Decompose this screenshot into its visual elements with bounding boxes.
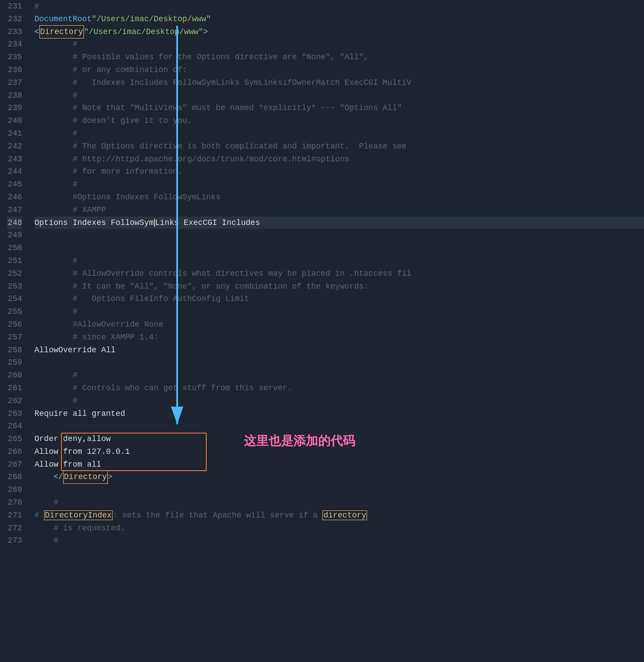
line-number: 258	[7, 344, 22, 357]
code-line: # XAMPP	[34, 204, 644, 217]
code-line: # It can be "All", "None", or any combin…	[34, 280, 644, 293]
code-line: # Note that "MultiViews" must be named *…	[34, 102, 644, 114]
code-line: DocumentRoot "/Users/imac/Desktop/www"	[34, 13, 644, 26]
code-line: # Options FileInfo AuthConfig Limit	[34, 293, 644, 305]
code-line: # is requested.	[34, 522, 644, 535]
line-number: 251	[7, 255, 22, 267]
line-number: 246	[7, 191, 22, 204]
line-number: 232	[7, 13, 22, 26]
code-line: # Indexes Includes FollowSymLinks SymLin…	[34, 76, 644, 89]
code-line: #	[34, 305, 644, 318]
line-number: 253	[7, 280, 22, 293]
code-line: #	[34, 369, 644, 382]
line-number: 245	[7, 178, 22, 191]
line-number: 261	[7, 382, 22, 395]
line-number: 267	[7, 458, 22, 471]
code-line: # Possible values for the Options direct…	[34, 51, 644, 64]
line-number: 241	[7, 127, 22, 140]
code-line: #	[34, 0, 644, 13]
line-number: 259	[7, 356, 22, 369]
code-line: <Directory "/Users/imac/Desktop/www">	[34, 26, 644, 38]
code-line: # for more information.	[34, 165, 644, 178]
line-number: 249	[7, 229, 22, 242]
code-content-area[interactable]: 这里也是添加的代码 #DocumentRoot "/Users/imac/Des…	[27, 0, 644, 662]
line-number: 271	[7, 509, 22, 522]
line-number: 237	[7, 76, 22, 89]
line-number: 268	[7, 471, 22, 483]
code-line: #	[34, 534, 644, 547]
code-line: #	[34, 496, 644, 509]
code-editor: 2312322332342352362372382392402412422432…	[0, 0, 644, 662]
line-number: 256	[7, 318, 22, 331]
annotation-label: 这里也是添加的代码	[244, 433, 355, 449]
code-line: #	[34, 38, 644, 51]
code-line: # http://httpd.apache.org/docs/trunk/mod…	[34, 153, 644, 166]
code-line: #	[34, 89, 644, 102]
code-line: #Options Indexes FollowSymLinks	[34, 191, 644, 204]
line-number: 244	[7, 165, 22, 178]
code-line: # The Options directive is both complica…	[34, 140, 644, 153]
code-line	[34, 420, 644, 433]
line-number: 265	[7, 433, 22, 445]
line-number: 269	[7, 483, 22, 496]
code-line: # AllowOverride controls what directives…	[34, 267, 644, 280]
line-number: 266	[7, 445, 22, 458]
code-line: #	[34, 127, 644, 140]
line-number: 240	[7, 114, 22, 127]
code-line: Require all granted	[34, 407, 644, 420]
line-number: 247	[7, 204, 22, 217]
line-number: 255	[7, 305, 22, 318]
line-number: 263	[7, 407, 22, 420]
line-number: 236	[7, 64, 22, 76]
line-number: 243	[7, 153, 22, 166]
line-number: 231	[7, 0, 22, 13]
line-number: 250	[7, 242, 22, 255]
code-line: # DirectoryIndex: sets the file that Apa…	[34, 509, 644, 522]
line-number: 262	[7, 395, 22, 407]
code-line: # or any combination of:	[34, 64, 644, 76]
line-number: 242	[7, 140, 22, 153]
code-line: # Controls who can get stuff from this s…	[34, 382, 644, 395]
line-number: 233	[7, 26, 22, 38]
code-line	[34, 242, 644, 255]
line-number: 234	[7, 38, 22, 51]
line-number: 264	[7, 420, 22, 433]
code-line: # since XAMPP 1.4:	[34, 331, 644, 344]
code-line	[34, 483, 644, 496]
code-line: # doesn't give it to you.	[34, 114, 644, 127]
code-line	[34, 356, 644, 369]
code-line: Allow from all	[34, 458, 644, 471]
code-line: #	[34, 178, 644, 191]
code-line	[34, 229, 644, 242]
code-line: #AllowOverride None	[34, 318, 644, 331]
line-number: 254	[7, 293, 22, 305]
code-line: </Directory>	[34, 471, 644, 483]
line-number: 252	[7, 267, 22, 280]
code-line: Options Indexes FollowSymLinks ExecCGI I…	[34, 217, 644, 229]
code-line: #	[34, 255, 644, 267]
line-number: 273	[7, 534, 22, 547]
line-number: 272	[7, 522, 22, 535]
line-number: 238	[7, 89, 22, 102]
line-number: 235	[7, 51, 22, 64]
line-number: 257	[7, 331, 22, 344]
line-number-gutter: 2312322332342352362372382392402412422432…	[0, 0, 27, 662]
line-number: 248	[7, 217, 22, 229]
line-number: 270	[7, 496, 22, 509]
line-number: 239	[7, 102, 22, 114]
code-line: AllowOverride All	[34, 344, 644, 357]
line-number: 260	[7, 369, 22, 382]
code-line: #	[34, 395, 644, 407]
